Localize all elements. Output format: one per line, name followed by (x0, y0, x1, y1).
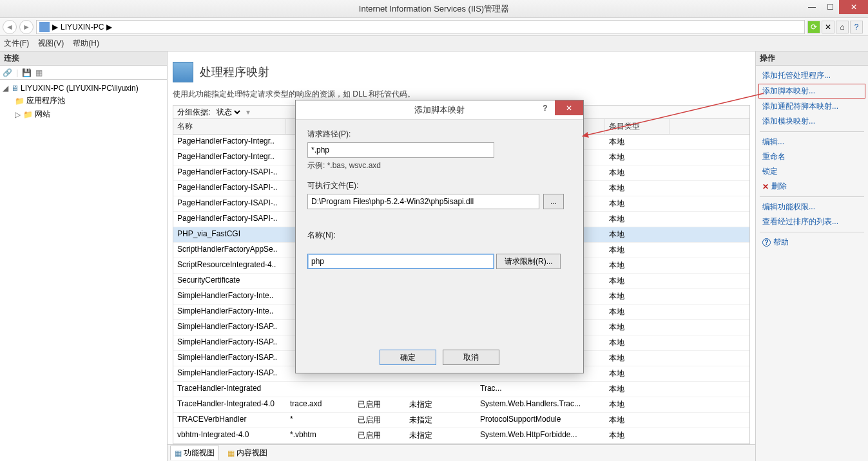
cell-handler: Trac... (476, 382, 605, 397)
cell-state: 已启用 (354, 444, 405, 444)
action-edit[interactable]: 编辑... (756, 135, 868, 149)
tree-apppool-node[interactable]: 📁 应用程序池 (3, 94, 164, 108)
action-lock[interactable]: 锁定 (756, 164, 868, 179)
col-name[interactable]: 名称 (173, 119, 286, 134)
page-title: 处理程序映射 (200, 64, 269, 80)
dialog-titlebar: 添加脚本映射 ? ✕ (296, 100, 583, 120)
tree-sites-node[interactable]: ▷ 📁 网站 (3, 108, 164, 121)
table-row[interactable]: TraceHandler-Integrated-4.0trace.axd已启用未… (173, 397, 749, 413)
executable-input[interactable] (307, 194, 539, 209)
cell-etype: 本地 (605, 413, 670, 428)
request-path-input[interactable] (307, 142, 494, 158)
cell-name: SimpleHandlerFactory-Inte.. (173, 289, 286, 304)
delete-icon: ✕ (762, 182, 769, 191)
cell-name: SimpleHandlerFactory-Inte.. (173, 305, 286, 319)
dialog-close-button[interactable]: ✕ (555, 100, 583, 115)
ok-button[interactable]: 确定 (380, 350, 436, 365)
close-button[interactable]: ✕ (839, 0, 868, 14)
browse-button[interactable]: ... (543, 194, 564, 209)
cell-name: PageHandlerFactory-ISAPI-.. (173, 181, 286, 196)
table-row[interactable]: TraceHandler-IntegratedTrac...本地 (173, 382, 749, 397)
nav-back-button[interactable]: ◄ (3, 20, 17, 34)
action-edit-permissions[interactable]: 编辑功能权限... (756, 200, 868, 214)
request-restrictions-button[interactable]: 请求限制(R)... (496, 254, 561, 269)
cell-ptype: 未指定 (405, 444, 476, 444)
cell-name: PageHandlerFactory-Integr.. (173, 150, 286, 165)
group-by-select[interactable]: 状态 (214, 106, 242, 118)
cell-name: SimpleHandlerFactory-ISAP.. (173, 335, 286, 350)
dialog-help-button[interactable]: ? (535, 100, 555, 115)
connections-toolbar: 🔗 | 💾 ▦ (0, 66, 167, 80)
tab-features-view[interactable]: ▦ 功能视图 (170, 446, 219, 460)
cell-name: SimpleHandlerFactory-ISAP.. (173, 320, 286, 335)
menu-file[interactable]: 文件(F) (4, 38, 29, 49)
window-title: Internet Information Services (IIS)管理器 (359, 3, 509, 15)
actions-panel: 操作 添加托管处理程序... 添加脚本映射... 添加通配符脚本映射... 添加… (755, 52, 868, 461)
collapse-icon[interactable]: ◢ (3, 84, 9, 93)
tab-content-view[interactable]: ▦ 内容视图 (223, 446, 272, 460)
cell-etype: 本地 (605, 444, 670, 444)
cell-etype: 本地 (605, 243, 670, 258)
action-rename[interactable]: 重命名 (756, 149, 868, 164)
cell-name: PageHandlerFactory-Integr.. (173, 135, 286, 149)
cell-etype: 本地 (605, 428, 670, 443)
menu-view[interactable]: 视图(V) (38, 38, 64, 49)
cell-name: SecurityCertificate (173, 274, 286, 288)
cell-name: vbhtm-Integrated-4.0 (173, 428, 286, 443)
home-icon[interactable]: ⌂ (836, 21, 849, 33)
cell-name: TraceHandler-Integrated-4.0 (173, 397, 286, 412)
actions-header: 操作 (756, 52, 868, 66)
action-add-managed-handler[interactable]: 添加托管处理程序... (756, 68, 868, 83)
tree-server-node[interactable]: ◢ 🖥 LIYUXIN-PC (LIYUXIN-PC\liyuxin) (3, 82, 164, 94)
cell-etype: 本地 (605, 212, 670, 227)
menu-help[interactable]: 帮助(H) (73, 38, 99, 49)
view-tabs: ▦ 功能视图 ▦ 内容视图 (168, 444, 755, 461)
action-add-script-map[interactable]: 添加脚本映射... (758, 84, 865, 99)
cell-name: ScriptResourceIntegrated-4.. (173, 258, 286, 273)
cell-etype: 本地 (605, 181, 670, 196)
stop-icon[interactable]: ✕ (822, 21, 834, 33)
action-help[interactable]: ?帮助 (756, 235, 868, 250)
breadcrumb[interactable]: ▶ LIYUXIN-PC ▶ (36, 20, 805, 34)
action-view-ordered-list[interactable]: 查看经过排序的列表... (756, 214, 868, 229)
cell-ptype: 未指定 (405, 413, 476, 428)
grid-icon[interactable]: ▦ (35, 68, 43, 77)
tree-sites-label: 网站 (35, 109, 50, 120)
cell-etype: 本地 (605, 289, 670, 304)
executable-label: 可执行文件(E): (307, 180, 572, 191)
minimize-button[interactable]: — (803, 0, 821, 14)
maximize-button[interactable]: ☐ (821, 0, 839, 14)
cell-etype: 本地 (605, 366, 670, 381)
expand-icon[interactable]: ▷ (15, 110, 21, 119)
action-delete[interactable]: ✕删除 (756, 179, 868, 194)
connect-icon[interactable]: 🔗 (3, 68, 12, 77)
breadcrumb-host[interactable]: LIYUXIN-PC (61, 23, 104, 32)
cell-etype: 本地 (605, 351, 670, 366)
cell-state (354, 382, 405, 397)
col-etype[interactable]: 条目类型 (605, 119, 670, 134)
cell-ptype: 未指定 (405, 428, 476, 443)
table-row[interactable]: TRACEVerbHandler*已启用未指定ProtocolSupportMo… (173, 413, 749, 428)
cell-etype: 本地 (605, 335, 670, 350)
cell-state: 已启用 (354, 428, 405, 443)
cell-etype: 本地 (605, 397, 670, 412)
cell-name: ScriptHandlerFactoryAppSe.. (173, 243, 286, 258)
navbar: ◄ ► ▶ LIYUXIN-PC ▶ ⟳ ✕ ⌂ ? (0, 18, 868, 36)
cell-handler: ProtocolSupportModule (476, 413, 605, 428)
cancel-button[interactable]: 取消 (443, 350, 499, 365)
cell-name: vbhtm-ISAPI-4.0_32bit (173, 444, 286, 444)
cell-name: PHP_via_FastCGI (173, 227, 286, 242)
cell-ptype (405, 382, 476, 397)
refresh-icon[interactable]: ⟳ (807, 21, 820, 33)
nav-forward-button[interactable]: ► (19, 20, 34, 34)
table-row[interactable]: vbhtm-ISAPI-4.0_32bit*.vbhtm已启用未指定IsapiM… (173, 444, 749, 444)
action-add-wildcard-script-map[interactable]: 添加通配符脚本映射... (756, 99, 868, 114)
save-icon[interactable]: 💾 (22, 68, 32, 77)
server-icon (39, 22, 50, 32)
cell-handler: System.Web.HttpForbidde... (476, 428, 605, 443)
help-icon[interactable]: ? (850, 21, 863, 33)
table-row[interactable]: vbhtm-Integrated-4.0*.vbhtm已启用未指定System.… (173, 428, 749, 444)
action-add-module-map[interactable]: 添加模块映射... (756, 114, 868, 129)
name-input[interactable] (307, 254, 494, 269)
cell-etype: 本地 (605, 150, 670, 165)
